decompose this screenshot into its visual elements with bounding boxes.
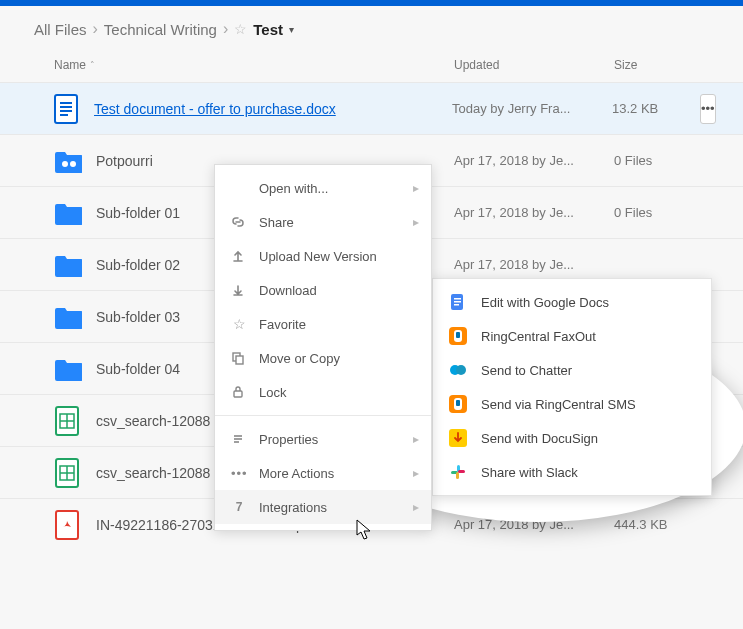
column-name[interactable]: Name	[54, 58, 86, 72]
menu-label: Share	[259, 215, 294, 230]
svg-rect-1	[60, 102, 72, 104]
context-menu: Open with...▸Share▸Upload New VersionDow…	[214, 164, 432, 531]
chevron-right-icon: ▸	[413, 432, 419, 446]
menu-lock[interactable]: Lock	[215, 375, 431, 409]
star-icon: ☆	[231, 316, 247, 332]
upload-icon	[231, 249, 247, 263]
svg-rect-25	[454, 304, 459, 306]
breadcrumb-folder[interactable]: Technical Writing	[104, 21, 217, 38]
menu-label: Download	[259, 283, 317, 298]
menu-properties[interactable]: Properties▸	[215, 422, 431, 456]
file-name[interactable]: Test document - offer to purchase.docx	[94, 101, 452, 117]
chevron-right-icon: ▸	[413, 181, 419, 195]
svg-rect-0	[55, 95, 77, 123]
integration-label: Send with DocuSign	[481, 431, 598, 446]
column-size[interactable]: Size	[614, 58, 694, 72]
integration-send-to-chatter[interactable]: Send to Chatter	[433, 353, 711, 387]
sort-asc-icon: ˄	[90, 60, 95, 70]
file-type-icon	[54, 147, 82, 175]
file-size: 0 Files	[614, 153, 694, 168]
caret-down-icon[interactable]: ▾	[289, 24, 294, 35]
lock-icon	[231, 385, 247, 399]
svg-rect-33	[456, 400, 460, 406]
menu-favorite[interactable]: ☆Favorite	[215, 307, 431, 341]
menu-label: Upload New Version	[259, 249, 377, 264]
breadcrumb: All Files › Technical Writing › ☆ Test ▾	[0, 6, 743, 52]
breadcrumb-root[interactable]: All Files	[34, 21, 87, 38]
integration-send-via-ringcentral-sms[interactable]: Send via RingCentral SMS	[433, 387, 711, 421]
svg-point-6	[70, 161, 76, 167]
copy-icon	[231, 351, 247, 365]
svg-rect-4	[60, 114, 68, 116]
integration-ringcentral-faxout[interactable]: RingCentral FaxOut	[433, 319, 711, 353]
svg-rect-37	[456, 472, 459, 479]
column-headers: Name ˄ Updated Size	[0, 52, 743, 82]
dots-icon: •••	[231, 466, 247, 481]
menu-label: Open with...	[259, 181, 328, 196]
menu-label: Lock	[259, 385, 286, 400]
svg-rect-38	[458, 470, 465, 473]
link-icon	[231, 215, 247, 229]
file-row[interactable]: Test document - offer to purchase.docxTo…	[0, 82, 743, 134]
count7-icon: 7	[231, 500, 247, 514]
star-icon[interactable]: ☆	[234, 21, 247, 37]
more-actions-button[interactable]: •••	[700, 94, 716, 124]
ring-icon	[449, 327, 467, 345]
integration-label: Share with Slack	[481, 465, 578, 480]
file-type-icon	[54, 199, 82, 227]
gdoc-icon	[449, 293, 467, 311]
menu-move-or-copy[interactable]: Move or Copy	[215, 341, 431, 375]
svg-rect-23	[454, 298, 461, 300]
column-updated[interactable]: Updated	[454, 58, 614, 72]
integration-label: Send via RingCentral SMS	[481, 397, 636, 412]
file-type-icon	[54, 407, 82, 435]
svg-rect-28	[456, 332, 460, 338]
menu-share[interactable]: Share▸	[215, 205, 431, 239]
menu-label: Favorite	[259, 317, 306, 332]
menu-label: More Actions	[259, 466, 334, 481]
chatter-icon	[449, 361, 467, 379]
file-updated: Apr 17, 2018 by Je...	[454, 153, 614, 168]
file-updated: Apr 17, 2018 by Je...	[454, 257, 614, 272]
menu-label: Integrations	[259, 500, 327, 515]
menu-label: Move or Copy	[259, 351, 340, 366]
docusign-icon	[449, 429, 467, 447]
file-type-icon	[54, 511, 82, 539]
chevron-right-icon: ›	[93, 20, 98, 38]
menu-open-with[interactable]: Open with...▸	[215, 171, 431, 205]
menu-upload-new-version[interactable]: Upload New Version	[215, 239, 431, 273]
chevron-right-icon: ▸	[413, 466, 419, 480]
integration-label: Edit with Google Docs	[481, 295, 609, 310]
chevron-right-icon: ›	[223, 20, 228, 38]
list-icon	[231, 432, 247, 446]
svg-rect-2	[60, 106, 72, 108]
integration-send-with-docusign[interactable]: Send with DocuSign	[433, 421, 711, 455]
menu-more-actions[interactable]: •••More Actions▸	[215, 456, 431, 490]
file-type-icon	[54, 95, 80, 123]
integration-label: Send to Chatter	[481, 363, 572, 378]
svg-rect-3	[60, 110, 72, 112]
menu-integrations[interactable]: 7Integrations▸	[215, 490, 431, 524]
integration-share-with-slack[interactable]: Share with Slack	[433, 455, 711, 489]
integrations-submenu: Edit with Google DocsRingCentral FaxOutS…	[432, 278, 712, 496]
file-updated: Today by Jerry Fra...	[452, 101, 612, 116]
menu-download[interactable]: Download	[215, 273, 431, 307]
ring-icon	[449, 395, 467, 413]
svg-rect-24	[454, 301, 461, 303]
chevron-right-icon: ▸	[413, 215, 419, 229]
file-type-icon	[54, 459, 82, 487]
slack-icon	[449, 463, 467, 481]
file-updated: Apr 17, 2018 by Je...	[454, 205, 614, 220]
file-type-icon	[54, 303, 82, 331]
file-size: 13.2 KB	[612, 101, 692, 116]
file-type-icon	[54, 251, 82, 279]
svg-rect-17	[236, 356, 243, 364]
file-size: 0 Files	[614, 205, 694, 220]
svg-point-5	[62, 161, 68, 167]
download-icon	[231, 283, 247, 297]
integration-edit-with-google-docs[interactable]: Edit with Google Docs	[433, 285, 711, 319]
breadcrumb-current[interactable]: Test	[253, 21, 283, 38]
svg-point-30	[456, 365, 466, 375]
integration-label: RingCentral FaxOut	[481, 329, 596, 344]
chevron-right-icon: ▸	[413, 500, 419, 514]
